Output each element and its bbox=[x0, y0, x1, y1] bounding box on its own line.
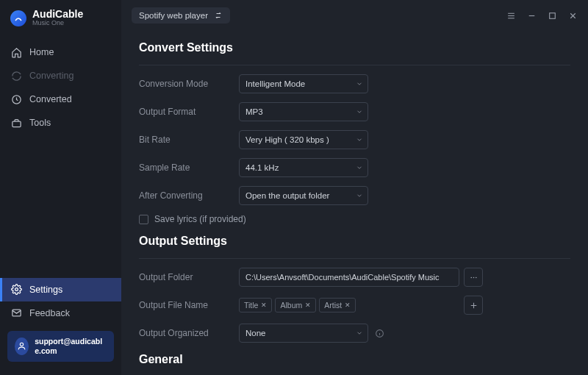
add-tag-button[interactable] bbox=[464, 296, 483, 315]
gear-icon bbox=[10, 284, 22, 296]
select-value: Open the output folder bbox=[245, 191, 329, 200]
menu-icon[interactable] bbox=[506, 10, 516, 21]
minimize-button[interactable] bbox=[526, 10, 537, 21]
maximize-button[interactable] bbox=[547, 10, 557, 21]
label-conversion-mode: Conversion Mode bbox=[139, 79, 239, 89]
brand-title: AudiCable bbox=[32, 9, 83, 20]
select-bit-rate[interactable]: Very High ( 320 kbps ) bbox=[239, 130, 368, 149]
select-value: 44.1 kHz bbox=[245, 163, 279, 172]
main-panel: Spotify web player Convert Settings Conv… bbox=[121, 0, 588, 375]
divider bbox=[139, 258, 570, 259]
row-output-folder: Output Folder C:\Users\Anvsoft\Documents… bbox=[139, 268, 570, 287]
select-output-organized[interactable]: None bbox=[239, 324, 368, 343]
sidebar-item-converted[interactable]: Converted bbox=[0, 88, 121, 111]
row-save-lyrics: Save lyrics (if provided) bbox=[139, 214, 570, 224]
row-conversion-mode: Conversion Mode Intelligent Mode bbox=[139, 74, 570, 93]
section-title-convert: Convert Settings bbox=[139, 41, 570, 54]
browse-button[interactable] bbox=[464, 268, 483, 287]
sidebar-item-label: Converted bbox=[29, 94, 72, 104]
user-icon bbox=[15, 338, 29, 355]
close-icon: ✕ bbox=[305, 301, 311, 309]
nav: Home Converting Converted Tools bbox=[0, 40, 121, 277]
swap-icon bbox=[214, 11, 223, 20]
svg-rect-5 bbox=[549, 12, 555, 18]
sidebar-item-label: Settings bbox=[29, 285, 62, 295]
select-output-format[interactable]: MP3 bbox=[239, 102, 368, 121]
label-output-filename: Output File Name bbox=[139, 300, 239, 310]
svg-point-8 bbox=[475, 276, 476, 278]
sidebar-item-home[interactable]: Home bbox=[0, 40, 121, 64]
sidebar-item-settings[interactable]: Settings bbox=[0, 278, 121, 301]
input-value: C:\Users\Anvsoft\Documents\AudiCable\Spo… bbox=[245, 273, 440, 282]
brand-logo-icon bbox=[10, 10, 26, 26]
brand-subtitle: Music One bbox=[32, 20, 83, 27]
label-sample-rate: Sample Rate bbox=[139, 162, 239, 173]
mail-icon bbox=[10, 307, 22, 319]
checkbox-save-lyrics[interactable] bbox=[139, 215, 148, 224]
source-chip[interactable]: Spotify web player bbox=[132, 7, 230, 24]
chevron-down-icon bbox=[356, 329, 363, 337]
header: Spotify web player bbox=[121, 0, 588, 28]
section-title-output: Output Settings bbox=[139, 235, 570, 248]
sidebar-item-label: Converting bbox=[29, 71, 74, 81]
brand: AudiCable Music One bbox=[0, 9, 121, 40]
close-button[interactable] bbox=[567, 10, 578, 21]
chevron-down-icon bbox=[356, 192, 363, 199]
sidebar-item-label: Feedback bbox=[29, 308, 70, 318]
chevron-down-icon bbox=[356, 164, 363, 171]
divider bbox=[139, 65, 570, 65]
tag-album[interactable]: Album✕ bbox=[275, 298, 316, 312]
toolbox-icon bbox=[10, 117, 22, 129]
chevron-down-icon bbox=[356, 108, 363, 115]
label-after-converting: After Converting bbox=[139, 190, 239, 201]
select-value: Very High ( 320 kbps ) bbox=[245, 135, 329, 144]
select-value: None bbox=[245, 329, 266, 338]
sidebar-item-label: Home bbox=[29, 47, 54, 57]
svg-rect-1 bbox=[12, 121, 20, 127]
support-email: support@audicable.com bbox=[35, 337, 107, 356]
label-output-format: Output Format bbox=[139, 107, 239, 117]
home-icon bbox=[10, 46, 22, 58]
refresh-icon bbox=[10, 70, 22, 82]
label-output-folder: Output Folder bbox=[139, 272, 239, 282]
label-save-lyrics: Save lyrics (if provided) bbox=[154, 214, 246, 224]
row-output-organized: Output Organized None bbox=[139, 324, 570, 343]
select-conversion-mode[interactable]: Intelligent Mode bbox=[239, 74, 368, 93]
svg-point-7 bbox=[473, 276, 474, 278]
tag-artist[interactable]: Artist✕ bbox=[319, 298, 356, 312]
svg-point-2 bbox=[15, 288, 18, 291]
clock-icon bbox=[10, 93, 22, 105]
close-icon: ✕ bbox=[345, 301, 351, 309]
sidebar-item-feedback[interactable]: Feedback bbox=[0, 301, 121, 325]
select-value: MP3 bbox=[245, 107, 263, 116]
section-title-general: General bbox=[139, 353, 570, 366]
select-sample-rate[interactable]: 44.1 kHz bbox=[239, 158, 368, 177]
row-sample-rate: Sample Rate 44.1 kHz bbox=[139, 158, 570, 177]
sidebar: AudiCable Music One Home Converting Conv… bbox=[0, 0, 121, 375]
close-icon: ✕ bbox=[261, 301, 267, 309]
content-scroll[interactable]: Convert Settings Conversion Mode Intelli… bbox=[121, 28, 588, 375]
row-after-converting: After Converting Open the output folder bbox=[139, 186, 570, 205]
row-output-filename: Output File Name Title✕ Album✕ Artist✕ bbox=[139, 296, 570, 315]
input-output-folder[interactable]: C:\Users\Anvsoft\Documents\AudiCable\Spo… bbox=[239, 268, 459, 287]
info-icon[interactable] bbox=[374, 328, 384, 338]
row-bit-rate: Bit Rate Very High ( 320 kbps ) bbox=[139, 130, 570, 149]
select-after-converting[interactable]: Open the output folder bbox=[239, 186, 368, 205]
chevron-down-icon bbox=[356, 136, 363, 143]
row-output-format: Output Format MP3 bbox=[139, 102, 570, 121]
svg-point-6 bbox=[470, 276, 472, 278]
label-output-organized: Output Organized bbox=[139, 328, 239, 338]
window-controls bbox=[506, 10, 578, 21]
sidebar-item-label: Tools bbox=[29, 118, 51, 128]
label-bit-rate: Bit Rate bbox=[139, 135, 239, 145]
sidebar-item-converting[interactable]: Converting bbox=[0, 64, 121, 88]
sidebar-item-tools[interactable]: Tools bbox=[0, 111, 121, 135]
chevron-down-icon bbox=[356, 80, 363, 88]
svg-point-4 bbox=[20, 343, 23, 346]
support-card[interactable]: support@audicable.com bbox=[7, 331, 114, 362]
tag-title[interactable]: Title✕ bbox=[239, 298, 272, 312]
select-value: Intelligent Mode bbox=[245, 79, 305, 88]
source-chip-label: Spotify web player bbox=[139, 11, 208, 20]
